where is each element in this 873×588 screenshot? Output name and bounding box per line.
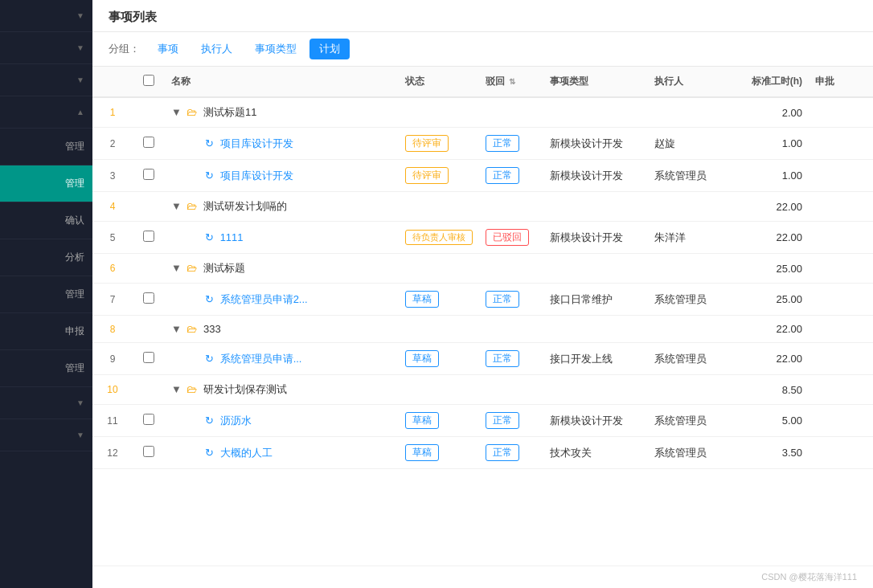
sidebar-item-report[interactable]: 申报 — [0, 313, 92, 350]
row-task-link[interactable]: 项目库设计开发 — [220, 137, 293, 149]
sidebar-item-confirm[interactable]: 确认 — [0, 202, 92, 239]
reject-badge: 正常 — [486, 167, 519, 184]
reject-badge: 已驳回 — [486, 229, 529, 246]
row-checkbox-cell — [133, 97, 165, 128]
row-expand-icon[interactable]: ▼ — [171, 262, 184, 274]
row-name-cell: ↻ 沥沥水 — [165, 405, 399, 437]
status-badge: 草稿 — [405, 291, 439, 308]
table-row: 8▼ 🗁 33322.00 — [92, 316, 873, 343]
row-assignee — [648, 254, 728, 284]
row-checkbox[interactable] — [143, 292, 154, 304]
table-row: 7↻ 系统管理员申请2...草稿正常接口日常维护系统管理员25.00 — [92, 284, 873, 316]
sidebar-item-manage2[interactable]: 管理 — [0, 165, 92, 202]
sidebar-item-5[interactable]: ▼ — [0, 387, 92, 419]
row-checkbox-cell — [133, 316, 165, 343]
row-checkbox[interactable] — [143, 169, 154, 180]
row-checkbox-cell — [133, 128, 165, 160]
row-name-cell: ↻ 系统管理员申请... — [165, 343, 399, 375]
row-approve — [809, 316, 873, 343]
row-item-type — [543, 254, 648, 284]
sidebar-item-1[interactable]: ▼ — [0, 0, 92, 32]
sidebar-label-manage1: 管理 — [8, 140, 84, 153]
row-item-type: 新模块设计开发 — [543, 405, 648, 437]
col-header-approve: 申批 — [809, 67, 873, 97]
sidebar-item-manage3[interactable]: 管理 — [0, 276, 92, 313]
status-badge: 草稿 — [405, 444, 439, 461]
row-task-link[interactable]: 沥沥水 — [220, 414, 252, 427]
table-row: 12↻ 大概的人工草稿正常技术攻关系统管理员3.50 — [92, 437, 873, 469]
row-assignee: 系统管理员 — [648, 160, 728, 192]
row-task-link[interactable]: 1111 — [220, 231, 244, 243]
footer: CSDN @樱花落海洋111 — [92, 566, 873, 588]
task-icon: ↻ — [205, 137, 217, 149]
row-checkbox[interactable] — [143, 446, 154, 457]
row-checkbox[interactable] — [143, 414, 154, 425]
col-header-check — [133, 67, 165, 97]
row-expand-icon[interactable]: ▼ — [171, 200, 184, 212]
row-approve — [809, 284, 873, 316]
table-row: 1▼ 🗁 测试标题112.00 — [92, 97, 873, 128]
row-task-link[interactable]: 大概的人工 — [220, 447, 273, 459]
col-header-status: 状态 — [399, 67, 479, 97]
tab-event[interactable]: 事项 — [148, 39, 188, 59]
reject-badge: 正常 — [486, 135, 519, 152]
row-checkbox[interactable] — [143, 352, 154, 363]
sidebar-item-manage1[interactable]: 管理 — [0, 129, 92, 165]
row-status-cell: 待评审 — [399, 160, 479, 192]
row-checkbox[interactable] — [143, 137, 154, 148]
row-hours: 1.00 — [728, 128, 809, 160]
sidebar: ▼ ▼ ▼ ▲ 管理 管理 确认 分析 管理 申报 管理 ▼ ▼ — [0, 0, 92, 588]
folder-icon: 🗁 — [186, 106, 200, 118]
row-item-type — [543, 97, 648, 128]
row-reject-cell — [479, 375, 543, 405]
row-status-cell: 待评审 — [399, 128, 479, 160]
col-header-reject[interactable]: 驳回 ⇅ — [479, 67, 543, 97]
row-reject-cell: 正常 — [479, 437, 543, 469]
row-task-link[interactable]: 项目库设计开发 — [220, 169, 293, 182]
row-approve — [809, 405, 873, 437]
row-task-link[interactable]: 系统管理员申请2... — [220, 293, 308, 305]
col-reject-label: 驳回 — [486, 76, 505, 87]
row-name-cell: ▼ 🗁 研发计划保存测试 — [165, 375, 399, 405]
sidebar-item-analysis[interactable]: 分析 — [0, 239, 92, 276]
row-hours: 1.00 — [728, 160, 809, 192]
table-container[interactable]: 名称 状态 驳回 ⇅ 事项类型 执行人 标准工时(h) 申批 1▼ 🗁 测试标题… — [92, 67, 873, 566]
row-expand-icon[interactable]: ▼ — [171, 323, 184, 335]
row-number: 1 — [92, 97, 133, 128]
row-assignee: 系统管理员 — [648, 405, 728, 437]
table-body: 1▼ 🗁 测试标题112.002↻ 项目库设计开发待评审正常新模块设计开发赵旋1… — [92, 97, 873, 469]
row-hours: 2.00 — [728, 97, 809, 128]
sidebar-item-6[interactable]: ▼ — [0, 419, 92, 451]
row-name-cell: ▼ 🗁 测试研发计划嗝的 — [165, 192, 399, 222]
row-number: 5 — [92, 222, 133, 254]
row-task-link[interactable]: 系统管理员申请... — [220, 353, 302, 365]
row-expand-icon[interactable]: ▼ — [171, 106, 184, 118]
folder-icon: 🗁 — [186, 383, 200, 395]
tab-type[interactable]: 事项类型 — [245, 39, 306, 59]
row-item-type: 新模块设计开发 — [543, 222, 648, 254]
row-checkbox-cell — [133, 254, 165, 284]
row-group-name: 测试标题 — [203, 262, 245, 274]
row-group-name: 测试标题11 — [203, 106, 256, 118]
row-hours: 3.50 — [728, 437, 809, 469]
select-all-checkbox[interactable] — [143, 75, 154, 86]
row-assignee: 系统管理员 — [648, 437, 728, 469]
tab-plan[interactable]: 计划 — [309, 39, 350, 59]
sidebar-item-2[interactable]: ▼ — [0, 32, 92, 64]
table-row: 10▼ 🗁 研发计划保存测试8.50 — [92, 375, 873, 405]
sidebar-item-3[interactable]: ▼ — [0, 64, 92, 96]
row-expand-icon[interactable]: ▼ — [171, 383, 184, 395]
row-checkbox-cell — [133, 375, 165, 405]
task-icon: ↻ — [205, 293, 217, 305]
row-approve — [809, 343, 873, 375]
task-icon: ↻ — [205, 447, 217, 459]
sidebar-item-manage4[interactable]: 管理 — [0, 350, 92, 387]
row-reject-cell — [479, 97, 543, 128]
row-number: 7 — [92, 284, 133, 316]
row-status-cell: 草稿 — [399, 405, 479, 437]
sidebar-item-4[interactable]: ▲ — [0, 96, 92, 129]
tab-assignee[interactable]: 执行人 — [191, 39, 242, 59]
row-checkbox[interactable] — [143, 231, 154, 242]
row-assignee — [648, 316, 728, 343]
row-approve — [809, 375, 873, 405]
